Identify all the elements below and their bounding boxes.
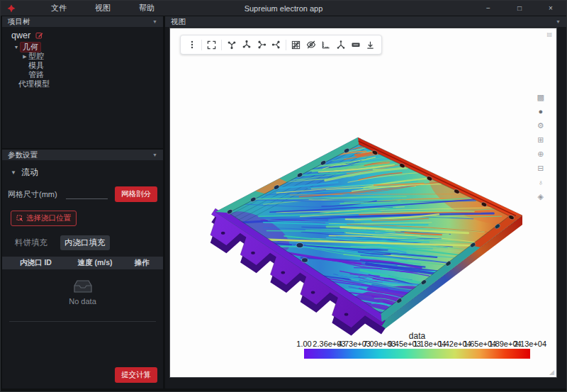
toolbar-separator [221, 40, 222, 50]
colorbar-ticks: 1.002.36e+034.73e+037.09e+039.45e+031.18… [304, 340, 530, 348]
viewport-panel: 视图 ▼ [165, 16, 566, 388]
flow-section[interactable]: ▼ 流动 [11, 167, 163, 179]
menu-file[interactable]: 文件 [51, 3, 67, 13]
column-gate-id: 内浇口 ID [2, 258, 69, 268]
empty-state-label: No data [69, 297, 96, 306]
viewport-toolbar [180, 35, 382, 55]
toolbar-separator [286, 40, 286, 50]
select-gate-icon [16, 215, 23, 222]
circle-plus-icon[interactable]: ⊕ [537, 150, 544, 158]
tree-item-piping-label: 管路 [28, 70, 44, 79]
axis-view-1-icon[interactable] [224, 37, 239, 52]
caret-right-icon[interactable]: ▶ [21, 52, 28, 61]
dither-grid-icon[interactable]: ▩ [537, 94, 544, 101]
table-grid-icon[interactable]: ⊞ [537, 136, 544, 144]
tree-item-cavity[interactable]: ▶ 型腔 [2, 52, 163, 61]
box-minus-icon[interactable]: ⊟ [537, 164, 544, 172]
viewport-side-toolbar: ▩ ● ⚙ ⊞ ⊕ ⊟ ♁ ◈ [537, 94, 544, 201]
collapse-caret-icon[interactable]: ▼ [152, 152, 157, 157]
tree-item-cavity-label: 型腔 [28, 52, 44, 61]
select-gate-label: 选择浇口位置 [26, 213, 71, 223]
menu-bar: 文件 视图 帮助 [51, 3, 155, 13]
fill-tabs: 料饼填充 内浇口填充 [11, 235, 163, 250]
mesh-size-label: 网格尺寸(mm) [8, 189, 57, 200]
app-window: { "window": { "title": "Supreium electro… [0, 0, 567, 392]
resize-grip-icon[interactable]: ◢ [549, 369, 554, 376]
diamond-crosshair-icon[interactable]: ◈ [538, 193, 544, 201]
viewport-canvas[interactable]: ▤ ▩ ● ⚙ ⊞ ⊕ ⊟ ♁ ◈ data 1.002.36e+034.73e… [169, 28, 557, 378]
flow-section-label: 流动 [21, 167, 38, 179]
mesh-size-row: 网格尺寸(mm) 网格剖分 [8, 186, 157, 202]
mesh-size-input[interactable] [66, 189, 108, 199]
select-gate-button[interactable]: 选择浇口位置 [11, 211, 77, 226]
colorbar-gradient [304, 349, 530, 359]
colorbar-tick: 1.00 [296, 340, 311, 348]
submit-calculation-button[interactable]: 提交计算 [115, 367, 157, 383]
tree-item-mold[interactable]: 模具 [2, 61, 163, 70]
edit-icon[interactable] [35, 31, 43, 41]
canvas-corner-grip[interactable]: ▤ [546, 32, 552, 38]
project-name: qwer [11, 31, 30, 40]
tree-item-surrogate-model-label: 代理模型 [18, 79, 50, 89]
menu-view[interactable]: 视图 [95, 3, 111, 13]
hide-actor-icon[interactable] [303, 37, 318, 52]
mesh-generate-button[interactable]: 网格剖分 [115, 186, 157, 202]
empty-inbox-icon [72, 279, 94, 294]
tree-item-geometry-label: 几何 [20, 42, 41, 52]
divider [9, 321, 156, 322]
axes-widget-icon[interactable] [333, 37, 348, 52]
maximize-button[interactable]: □ [504, 1, 535, 16]
project-tree-title: 项目树 [8, 17, 30, 27]
ruler-icon[interactable] [318, 37, 333, 52]
params-panel: 参数设置 ▼ ▼ 流动 网格尺寸(mm) 网格剖分 选择浇口位置 料饼填充 内浇… [2, 150, 163, 388]
colorbar-tick: 2.13e+04 [514, 340, 546, 348]
empty-state: No data [2, 279, 163, 306]
collapse-caret-icon[interactable]: ▼ [556, 19, 561, 24]
fit-view-icon[interactable] [204, 37, 219, 52]
tree-item-piping[interactable]: 管路 [2, 70, 163, 79]
caret-down-icon[interactable]: ▼ [13, 43, 20, 52]
params-header[interactable]: 参数设置 ▼ [2, 150, 163, 160]
tree-item-mold-label: 模具 [28, 61, 44, 70]
more-options-icon[interactable] [184, 37, 199, 52]
viewport-title: 视图 [171, 17, 186, 27]
gate-table-header: 内浇口 ID 速度 (m/s) 操作 [2, 257, 163, 269]
tab-inner-gate-fill[interactable]: 内浇口填充 [60, 235, 110, 250]
window-controls: − □ × [473, 1, 566, 16]
column-action: 操作 [120, 258, 163, 268]
project-tree-panel: 项目树 ▼ qwer ▼ 几何 ▶ 型腔 模具 管路 代理模型 [2, 16, 163, 148]
tree-item-surrogate-model[interactable]: 代理模型 [2, 79, 163, 89]
titlebar: 文件 视图 帮助 Supreium electron app − □ × [1, 1, 566, 16]
model-3d[interactable] [170, 28, 556, 377]
gear-icon[interactable]: ⚙ [537, 122, 544, 130]
tree-item-geometry[interactable]: ▼ 几何 [2, 43, 163, 52]
params-title: 参数设置 [8, 150, 38, 160]
colorbar-toggle-icon[interactable] [348, 37, 363, 52]
app-logo-icon [7, 4, 16, 13]
project-tree-header[interactable]: 项目树 ▼ [2, 16, 163, 27]
mesh-toggle-icon[interactable] [288, 37, 303, 52]
column-speed: 速度 (m/s) [69, 258, 120, 268]
axis-view-3-icon[interactable] [254, 37, 269, 52]
axis-view-2-icon[interactable] [239, 37, 254, 52]
caret-down-icon[interactable]: ▼ [11, 169, 16, 176]
menu-help[interactable]: 帮助 [139, 3, 155, 13]
close-button[interactable]: × [535, 1, 566, 16]
axis-view-4-icon[interactable] [269, 37, 284, 52]
tree-item-project[interactable]: qwer [2, 30, 163, 41]
toolbar-separator [201, 40, 202, 50]
tab-biscuit-fill[interactable]: 料饼填充 [11, 235, 52, 250]
orientation-marker-icon[interactable]: ♁ [538, 179, 544, 186]
project-tree: qwer ▼ 几何 ▶ 型腔 模具 管路 代理模型 [2, 27, 163, 89]
collapse-caret-icon[interactable]: ▼ [152, 19, 157, 24]
minimize-button[interactable]: − [473, 1, 504, 16]
viewport-header[interactable]: 视图 ▼ [165, 16, 566, 27]
screenshot-download-icon[interactable] [363, 37, 378, 52]
point-cloud-icon[interactable]: ● [538, 108, 543, 116]
